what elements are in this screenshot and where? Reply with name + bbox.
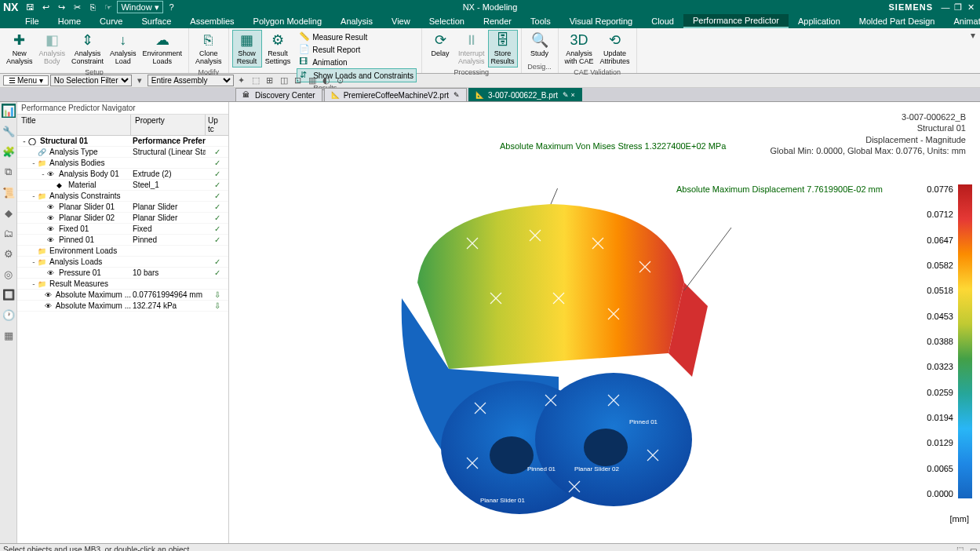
nav-row[interactable]: ◆MaterialSteel_1✓ xyxy=(17,180,228,191)
rail-other4-icon[interactable]: ▦ xyxy=(2,328,16,342)
ribbon-measure-result-button[interactable]: 📏Measure Result xyxy=(297,31,417,43)
nav-row[interactable]: -👁Analysis Body 01Extrude (2)✓ xyxy=(17,169,228,180)
nav-row[interactable]: 👁Absolute Maximum ...132.274 kPa⇩ xyxy=(17,301,228,312)
group-label: Processing xyxy=(454,68,490,77)
menu-item-analysis[interactable]: Analysis xyxy=(331,14,382,28)
rail-history-icon[interactable]: 📜 xyxy=(2,185,16,199)
nav-row[interactable]: -📁Analysis Loads✓ xyxy=(17,257,228,268)
ribbon-expand-icon[interactable]: ▾ xyxy=(966,28,980,73)
redo-icon[interactable]: ↪ xyxy=(54,1,68,13)
minimize-button[interactable]: — xyxy=(939,2,952,12)
menu-item-curve[interactable]: Curve xyxy=(90,14,132,28)
tb-icon-5[interactable]: ⊡ xyxy=(292,75,304,86)
annotation-slider1: Planar Slider 01 xyxy=(480,497,525,504)
ribbon-analysis-load-button[interactable]: ↓AnalysisLoad xyxy=(107,30,140,68)
ribbon-delay-button[interactable]: ⟳Delay xyxy=(425,30,455,60)
tb-icon-2[interactable]: ⬚ xyxy=(250,75,262,86)
save-icon[interactable]: 🖫 xyxy=(23,1,37,13)
menu-item-file[interactable]: File xyxy=(16,14,49,28)
3d-viewport[interactable]: 3-007-000622_BStructural 01Displacement … xyxy=(229,102,980,543)
app-logo: NX xyxy=(3,1,18,13)
tb-icon-8[interactable]: ⊙ xyxy=(334,75,347,86)
filter-icon[interactable]: ▾ xyxy=(133,75,146,86)
ribbon-result-report-button[interactable]: 📄Result Report xyxy=(297,43,417,56)
nav-row[interactable]: 📁Environment Loads xyxy=(17,246,228,257)
menu-item-animation-designer[interactable]: Animation Designer xyxy=(944,14,980,28)
undo-icon[interactable]: ↩ xyxy=(38,1,53,13)
rail-part-icon[interactable]: 🧩 xyxy=(2,144,16,159)
nav-row[interactable]: 🔗Analysis TypeStructural (Linear Statics… xyxy=(17,147,228,158)
touch-icon[interactable]: ☞ xyxy=(101,1,115,13)
menu-item-polygon-modeling[interactable]: Polygon Modeling xyxy=(244,14,331,28)
help-icon[interactable]: ? xyxy=(165,1,179,13)
menu-item-cloud[interactable]: Cloud xyxy=(642,14,683,28)
ribbon-analysis-with-cae-button[interactable]: 3DAnalysiswith CAE xyxy=(562,30,597,68)
copy-icon[interactable]: ⎘ xyxy=(86,1,100,13)
rail-material-icon[interactable]: ◆ xyxy=(2,206,16,220)
rail-other3-icon[interactable]: 🔲 xyxy=(2,287,16,301)
nav-row[interactable]: -📁Result Measures xyxy=(17,279,228,290)
rail-clock-icon[interactable]: 🕐 xyxy=(2,308,16,322)
nav-row[interactable]: 👁Pressure 0110 bars✓ xyxy=(17,268,228,279)
ribbon-environment-loads-button[interactable]: ☁EnvironmentLoads xyxy=(140,30,186,68)
ribbon-new-analysis-button[interactable]: ✚NewAnalysis xyxy=(3,30,36,68)
nav-row[interactable]: 👁Fixed 01Fixed✓ xyxy=(17,224,228,235)
status-icon-2[interactable]: ▭ xyxy=(970,546,977,551)
rail-other2-icon[interactable]: ◎ xyxy=(2,267,16,281)
rail-predictor-icon[interactable]: 📊 xyxy=(2,104,16,118)
ribbon-store-results-button[interactable]: 🗄StoreResults xyxy=(488,30,518,68)
menu-item-application[interactable]: Application xyxy=(789,14,850,28)
restore-button[interactable]: ❐ xyxy=(952,2,964,13)
menu-item-view[interactable]: View xyxy=(382,14,420,28)
close-button[interactable]: ✕ xyxy=(964,2,977,13)
rail-other1-icon[interactable]: ⚙ xyxy=(2,246,16,261)
menu-item-assemblies[interactable]: Assemblies xyxy=(180,14,243,28)
menu-button[interactable]: ☰Menu ▾ xyxy=(3,75,49,86)
nav-row[interactable]: 👁Pinned 01Pinned✓ xyxy=(17,235,228,246)
menu-item-home[interactable]: Home xyxy=(49,14,90,28)
col-property[interactable]: Property xyxy=(131,115,206,135)
ribbon-show-result-button[interactable]: ▦ShowResult xyxy=(232,30,262,68)
tb-icon-4[interactable]: ◫ xyxy=(278,75,290,86)
menu-item-molded-part-design[interactable]: Molded Part Design xyxy=(850,14,945,28)
nav-row[interactable]: 👁Planar Slider 02Planar Slider✓ xyxy=(17,213,228,224)
menu-item-selection[interactable]: Selection xyxy=(420,14,474,28)
assembly-scope-select[interactable]: Entire Assembly xyxy=(148,75,234,86)
doc-tab[interactable]: 📐3-007-000622_B.prt✎ × xyxy=(468,88,582,101)
viewport-info: 3-007-000622_BStructural 01Displacement … xyxy=(771,111,966,156)
col-uptodate[interactable]: Up tc xyxy=(206,115,228,135)
tb-icon-7[interactable]: ◐ xyxy=(320,75,333,86)
tb-icon-6[interactable]: ▥ xyxy=(306,75,319,86)
col-title[interactable]: Title xyxy=(17,115,131,135)
nav-row[interactable]: 👁Absolute Maximum ...0.07761994964 mm⇩ xyxy=(17,290,228,301)
ribbon-animation-button[interactable]: 🎞Animation xyxy=(297,56,417,68)
menu-item-performance-predictor[interactable]: Performance Predictor xyxy=(683,14,789,28)
ribbon-study-button[interactable]: 🔍Study xyxy=(525,30,555,60)
nav-row[interactable]: -◯Structural 01Performance Preferred xyxy=(17,136,228,147)
rail-constraint-icon[interactable]: ⧉ xyxy=(2,165,16,179)
menu-item-render[interactable]: Render xyxy=(474,14,521,28)
selection-filter-select[interactable]: No Selection Filter xyxy=(50,75,132,86)
ribbon-group-cae: 3DAnalysiswith CAE⟲UpdateAttributes CAE … xyxy=(559,28,637,73)
menu-item-visual-reporting[interactable]: Visual Reporting xyxy=(560,14,643,28)
window-menu[interactable]: Window ▾ xyxy=(117,1,162,13)
menu-item-surface[interactable]: Surface xyxy=(132,14,180,28)
menu-item-tools[interactable]: Tools xyxy=(521,14,560,28)
doc-tab[interactable]: 📐PremiereCoffeeMachineV2.prt✎ xyxy=(324,88,467,101)
status-icon-1[interactable]: ⬚ xyxy=(956,546,964,551)
rail-assembly-icon[interactable]: 🔧 xyxy=(2,124,16,138)
nav-row[interactable]: 👁Planar Slider 01Planar Slider✓ xyxy=(17,202,228,213)
cut-icon[interactable]: ✂ xyxy=(70,1,84,13)
tb-icon-3[interactable]: ⊞ xyxy=(264,75,276,86)
ribbon: ✚NewAnalysis◧AnalysisBody⇕AnalysisConstr… xyxy=(0,28,980,74)
nav-row[interactable]: -📁Analysis Bodies✓ xyxy=(17,158,228,169)
rail-browser-icon[interactable]: 🗂 xyxy=(2,226,16,240)
svg-line-5 xyxy=(684,228,731,290)
ribbon-update-attributes-button[interactable]: ⟲UpdateAttributes xyxy=(597,30,633,68)
nav-row[interactable]: -📁Analysis Constraints✓ xyxy=(17,191,228,202)
tb-icon-1[interactable]: ✦ xyxy=(235,75,248,86)
ribbon-analysis-constraint-button[interactable]: ⇕AnalysisConstraint xyxy=(68,30,107,68)
ribbon-result-settings-button[interactable]: ⚙ResultSettings xyxy=(262,30,294,68)
doc-tab[interactable]: 🏛Discovery Center xyxy=(235,88,322,101)
ribbon-clone-analysis-button[interactable]: ⎘CloneAnalysis xyxy=(192,30,225,68)
